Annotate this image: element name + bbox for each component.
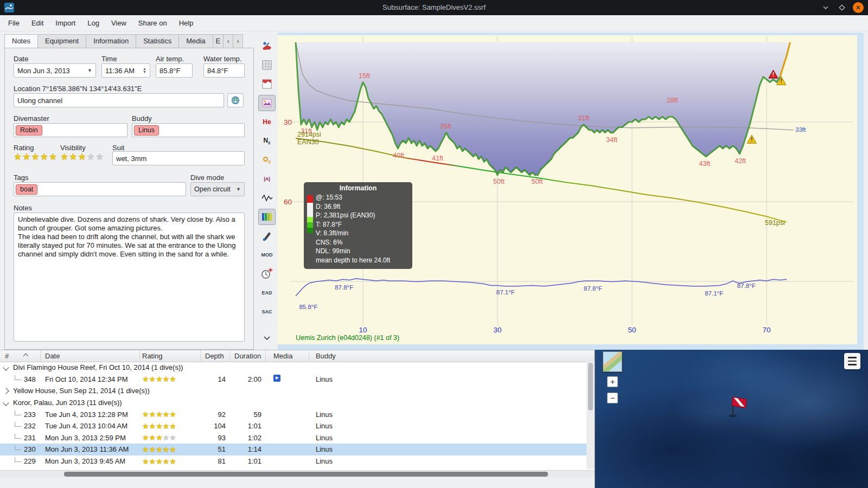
dive-rating: ★★★★★ [140,422,201,430]
media-icon[interactable] [273,375,280,382]
svg-text:43ft: 43ft [699,160,710,168]
column-header-duration[interactable]: Duration [230,350,266,362]
tab-equipment[interactable]: Equipment [37,34,86,48]
dive-site-map[interactable]: + − [595,350,868,488]
divemaster-field[interactable]: Robin [14,123,127,137]
expand-trip-icon[interactable] [3,388,9,394]
tag-boat[interactable]: boat [16,184,37,195]
star-filled-icon: ★ [156,422,163,430]
map-zoom-out-button[interactable]: − [607,393,618,403]
air-temp-field[interactable]: 85.8°F [156,63,193,78]
ndl-tts-icon[interactable] [258,266,276,282]
vertical-scrollbar-handle[interactable] [588,363,593,410]
dive-row-233[interactable]: 233Tue Jun 4, 2013 12:28 PM★★★★★9259Linu… [0,408,586,420]
location-globe-button[interactable] [227,93,244,107]
menu-file[interactable]: File [2,15,25,31]
column-header-rating[interactable]: Rating [140,350,201,362]
tab-scroll-right-button[interactable]: › [233,34,243,48]
close-button[interactable] [853,2,864,13]
maximize-button[interactable] [837,2,847,13]
menu-log[interactable]: Log [81,15,105,31]
dive-number: 229 [24,457,36,465]
menu-share-on[interactable]: Share on [132,15,173,31]
visibility-stars[interactable]: ★★★★★ [60,152,104,162]
trip-row[interactable]: Yellow House, Sun Sep 21, 2014 (1 dive(s… [0,385,586,397]
heartrate-icon[interactable] [258,190,276,206]
tissue-heatmap-icon[interactable] [258,209,276,225]
column-header-num[interactable]: # [0,350,41,362]
dive-list-horizontal-scrollbar[interactable] [0,470,595,478]
svg-text:50ft: 50ft [532,178,543,185]
pp-helium-icon[interactable]: He [258,114,276,130]
dive-row-232[interactable]: 232Tue Jun 4, 2013 10:04 AM★★★★★1041:01L… [0,420,586,432]
mod-icon[interactable]: MOD [258,247,276,263]
location-label: Location 7°16'58.386"N 134°14'43.631"E [14,85,142,93]
collapse-profile-toolbar-icon[interactable] [258,330,276,346]
sac-icon[interactable]: SAC [258,304,276,320]
column-header-media[interactable]: Media [266,350,309,362]
dive-row-229[interactable]: 229Mon Jun 3, 2013 9:45 AM★★★★★811:01Lin… [0,455,586,467]
suit-field[interactable]: wet, 3mm [112,151,245,165]
pp-oxygen-icon[interactable]: O2 [258,152,276,168]
dive-list-vertical-scrollbar[interactable] [586,362,595,469]
notes-textarea[interactable]: Unbelievable dive. Dozens and dozens of … [14,213,245,342]
menu-help[interactable]: Help [173,15,200,31]
ruler-icon[interactable]: |A| [258,171,276,187]
dive-row-231[interactable]: 231Mon Jun 3, 2013 2:59 PM★★★★★931:02Lin… [0,432,586,444]
collapse-trip-icon[interactable] [3,364,9,370]
menu-edit[interactable]: Edit [25,15,49,31]
spinner-arrows-icon[interactable]: ▲▼ [143,67,146,74]
menu-import[interactable]: Import [49,15,81,31]
time-spinner[interactable]: 11:36 AM▲▼ [101,63,150,78]
buddy-field[interactable]: Linus [132,123,245,137]
ead-icon[interactable]: EAD [258,285,276,301]
buddy-tag[interactable]: Linus [134,125,159,136]
tab-media[interactable]: Media [178,34,212,48]
dive-computer-icon[interactable] [258,38,276,54]
dc-reported-ceiling-icon[interactable] [258,76,276,92]
dive-row-348[interactable]: 348Fri Oct 10, 2014 12:34 PM★★★★★142:00L… [0,374,586,386]
tab-scroll-left-button[interactable]: ‹ [223,34,233,48]
tab-information[interactable]: Information [86,34,136,48]
star-filled-icon: ★ [163,422,170,430]
tags-field[interactable]: boat [14,182,186,196]
pp-nitrogen-icon[interactable]: N2 [258,133,276,149]
svg-text:34ft: 34ft [606,136,617,144]
svg-text:87.1°F: 87.1°F [496,289,515,296]
rating-stars[interactable]: ★★★★★ [14,152,57,162]
map-zoom-in-button[interactable]: + [607,376,618,387]
map-menu-button[interactable] [844,353,860,369]
star-filled-icon: ★ [149,446,156,453]
picture-ink-icon[interactable] [258,228,276,244]
collapse-trip-icon[interactable] [3,400,9,406]
minimize-button[interactable] [820,2,831,13]
dive-profile-chart[interactable]: 31ft15ft40ft41ft35ft50ft50ft31ft34ft28ft… [278,33,864,350]
dive-mode-combobox[interactable]: Open circuit▼ [190,182,245,196]
dive-list: #DateRatingDepthDurationMediaBuddy Divi … [0,350,595,488]
tree-connector [15,410,21,415]
trip-row[interactable]: Divi Flamingo House Reef, Fri Oct 10, 20… [0,362,586,374]
divemaster-tag[interactable]: Robin [16,125,42,136]
date-combobox[interactable]: Mon Jun 3, 2013▼ [14,63,96,78]
show-photos-icon[interactable] [258,95,276,111]
star-filled-icon: ★ [163,410,170,418]
horizontal-scrollbar-handle[interactable] [64,472,548,477]
divemaster-label: Divemaster [14,114,49,123]
calculated-ceiling-icon[interactable] [258,57,276,73]
tab-statistics[interactable]: Statistics [136,34,178,48]
tab-e[interactable]: E [213,34,224,48]
dive-flag-marker[interactable] [724,392,750,418]
column-header-date[interactable]: Date [41,350,140,362]
trip-row[interactable]: Koror, Palau, Jun 2013 (11 dive(s)) [0,397,586,409]
tab-notes[interactable]: Notes [4,34,37,48]
subsurface-window: Subsurface: SampleDivesV2.ssrf FileEditI… [0,0,868,488]
menu-view[interactable]: View [105,15,132,31]
dive-row-230[interactable]: 230Mon Jun 3, 2013 11:36 AM★★★★★511:14Li… [0,444,586,455]
water-temp-field[interactable]: 84.8°F [203,63,245,78]
column-header-depth[interactable]: Depth [201,350,230,362]
star-filled-icon: ★ [60,152,68,162]
date-label: Date [14,55,28,63]
location-input[interactable]: Ulong channel [14,93,224,107]
column-header-buddy[interactable]: Buddy [309,350,595,362]
svg-text:85.8°F: 85.8°F [299,304,317,310]
